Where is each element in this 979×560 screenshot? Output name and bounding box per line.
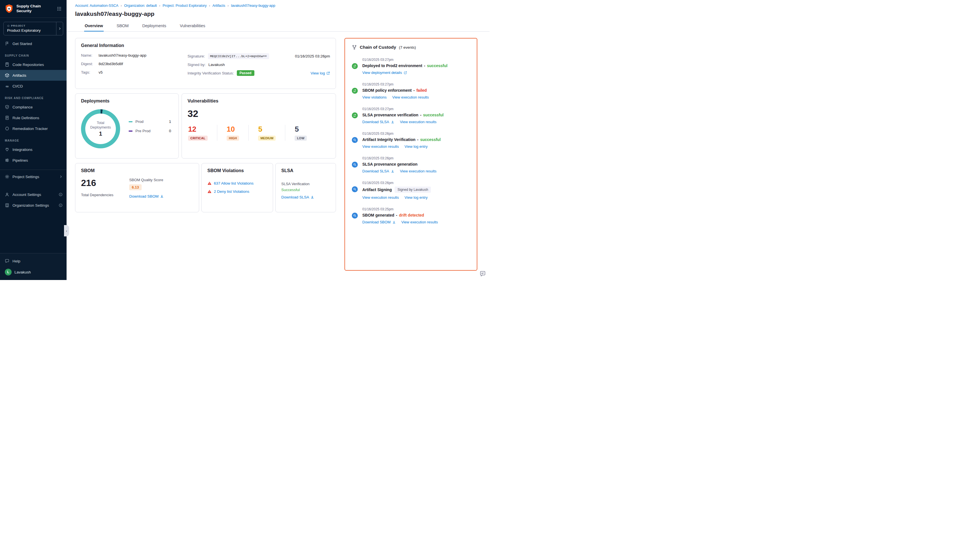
- tab-vulnerabilities[interactable]: Vulnerabilities: [179, 21, 206, 32]
- project-selector-label: PROJECT: [7, 24, 54, 27]
- info-icon: [58, 193, 63, 197]
- warning-triangle-icon: [207, 189, 212, 193]
- module-grid-icon[interactable]: [56, 5, 63, 12]
- project-selector[interactable]: PROJECT Product Exploratory: [3, 22, 63, 35]
- magnifier-icon: [352, 186, 358, 192]
- view-execution-results-link[interactable]: View execution results: [400, 120, 436, 124]
- sidebar-section-manage: MANAGE: [0, 134, 67, 144]
- event-status: drift detected: [399, 213, 424, 217]
- download-slsa-link[interactable]: Download SLSA: [362, 169, 394, 173]
- tab-overview[interactable]: Overview: [84, 21, 104, 32]
- chevron-right-icon: [56, 22, 63, 35]
- avatar: L: [5, 269, 12, 275]
- donut-center-label: Total Deployments: [87, 121, 114, 130]
- sbom-quality-score: 6.13: [129, 184, 141, 190]
- sidebar-item-organization-settings[interactable]: Organization Settings: [0, 200, 67, 211]
- get-started-icon: [5, 41, 9, 46]
- pipelines-icon: [5, 158, 9, 163]
- deny-list-violations-row: 2 Deny list Violations: [207, 189, 267, 193]
- magnifier-icon: [352, 162, 358, 168]
- sidebar-item-code-repositories[interactable]: Code Repositories: [0, 59, 67, 70]
- view-log-entry-link[interactable]: View log entry: [404, 195, 428, 200]
- legend-item-prod: Prod 1: [129, 120, 171, 124]
- deployments-legend: Prod 1 Pre Prod 0: [129, 120, 173, 138]
- sync-icon: [352, 63, 358, 69]
- deployments-donut-chart: Total Deployments 1: [81, 109, 120, 148]
- general-information-card: General Information Name: lavakush07/eas…: [75, 38, 336, 89]
- tab-deployments[interactable]: Deployments: [142, 21, 167, 32]
- download-icon: [160, 195, 164, 198]
- sidebar-item-pipelines[interactable]: Pipelines: [0, 155, 67, 166]
- sbom-violations-card: SBOM Violations 637 Allow list Violation…: [201, 163, 273, 212]
- breadcrumb: Account: Automation-SSCA › Organization:…: [75, 3, 481, 8]
- breadcrumb-account[interactable]: Account: Automation-SSCA: [75, 4, 119, 8]
- sbom-card: SBOM 216 Total Dependencies SBOM Quality…: [75, 163, 199, 212]
- breadcrumb-project[interactable]: Project: Product Exploratory: [163, 4, 207, 8]
- sidebar-item-get-started[interactable]: Get Started: [0, 38, 67, 49]
- external-link-icon: [326, 71, 330, 75]
- sidebar-collapse-handle[interactable]: ‹: [64, 225, 69, 237]
- view-execution-results-link[interactable]: View execution results: [401, 220, 438, 224]
- vulnerabilities-total: 32: [187, 108, 330, 119]
- chain-event: 01/16/2025 03:27pm SLSA provenance verif…: [352, 107, 470, 124]
- sidebar-item-remediation-tracker[interactable]: Remediation Tracker: [0, 123, 67, 134]
- sidebar-item-label: Get Started: [12, 42, 32, 46]
- user-name: Lavakush: [15, 270, 31, 274]
- sbom-total: 216: [81, 178, 113, 188]
- download-sbom-link[interactable]: Download SBOM: [362, 220, 396, 224]
- sidebar-item-project-settings[interactable]: Project Settings: [0, 170, 67, 183]
- card-title: SBOM Violations: [207, 168, 267, 173]
- chain-event: 01/16/2025 03:26pm Artifact Integrity Ve…: [352, 132, 470, 148]
- app-logo-icon: [5, 4, 13, 13]
- breadcrumb-organization[interactable]: Organization: default: [124, 4, 157, 8]
- download-sbom-link[interactable]: Download SBOM: [129, 194, 164, 198]
- breadcrumb-artifacts[interactable]: Artifacts: [212, 4, 225, 8]
- signature-timestamp: 01/16/2025 03:26pm: [295, 54, 330, 58]
- sidebar-item-label: Project Settings: [12, 175, 39, 179]
- user-menu[interactable]: L Lavakush: [0, 267, 67, 277]
- view-log-entry-link[interactable]: View log entry: [404, 144, 428, 148]
- view-deployment-details-link[interactable]: View deployment details: [362, 70, 407, 75]
- severity-low: 5 LOW: [285, 125, 316, 141]
- download-slsa-link[interactable]: Download SLSA: [362, 120, 394, 124]
- hierarchy-icon: [352, 45, 357, 50]
- sbom-total-label: Total Dependencies: [81, 193, 113, 197]
- preprod-marker: [129, 130, 132, 132]
- view-execution-results-link[interactable]: View execution results: [362, 195, 399, 200]
- severity-badge: HIGH: [227, 136, 239, 141]
- sidebar-item-help[interactable]: Help: [0, 256, 67, 267]
- view-execution-results-link[interactable]: View execution results: [393, 95, 429, 99]
- view-execution-results-link[interactable]: View execution results: [362, 144, 399, 148]
- document-icon: [5, 115, 9, 120]
- view-violations-link[interactable]: View violations: [362, 95, 387, 99]
- allow-list-violations-link[interactable]: 637 Allow list Violations: [214, 181, 254, 185]
- tab-sbom[interactable]: SBOM: [116, 21, 129, 32]
- sidebar-item-compliance[interactable]: Compliance: [0, 102, 67, 112]
- sidebar-item-cicd[interactable]: ∞ CI/CD: [0, 81, 67, 92]
- sidebar-item-label: Compliance: [12, 105, 33, 109]
- download-slsa-link[interactable]: Download SLSA: [281, 195, 314, 199]
- sidebar-item-label: Help: [12, 259, 20, 263]
- info-icon: [58, 203, 63, 207]
- sidebar-item-artifacts[interactable]: Artifacts: [0, 70, 67, 81]
- sidebar-item-account-settings[interactable]: Account Settings: [0, 189, 67, 200]
- sidebar-item-label: Remediation Tracker: [12, 127, 48, 131]
- view-log-link[interactable]: View log: [311, 71, 330, 75]
- event-time: 01/16/2025 03:26pm: [362, 156, 470, 160]
- chain-event: 01/16/2025 03:26pm SLSA provenance gener…: [352, 156, 470, 173]
- view-execution-results-link[interactable]: View execution results: [400, 169, 436, 173]
- signed-by-badge: Signed by Lavakush: [394, 187, 431, 193]
- sidebar-item-integrations[interactable]: Integrations: [0, 144, 67, 155]
- breadcrumb-current[interactable]: lavakush07/easy-buggy-app: [231, 4, 275, 8]
- sidebar-item-rule-definitions[interactable]: Rule Definitions: [0, 112, 67, 123]
- chain-events-count: (7 events): [399, 45, 416, 50]
- deny-list-violations-link[interactable]: 2 Deny list Violations: [214, 189, 249, 193]
- help-chat-bubble-icon[interactable]: [479, 270, 486, 277]
- slsa-card: SLSA SLSA Verification Successful Downlo…: [276, 163, 336, 212]
- hexagon-icon: [5, 126, 9, 131]
- event-time: 01/16/2025 03:26pm: [362, 181, 470, 185]
- event-title: Deployed to Prod2 environment: [362, 63, 423, 68]
- shield-icon: [5, 105, 9, 109]
- signature-value[interactable]: MEQCICde2VjIT...bL+2+mqnOXw==: [208, 53, 269, 59]
- signed-by-label: Signed by:: [187, 63, 205, 67]
